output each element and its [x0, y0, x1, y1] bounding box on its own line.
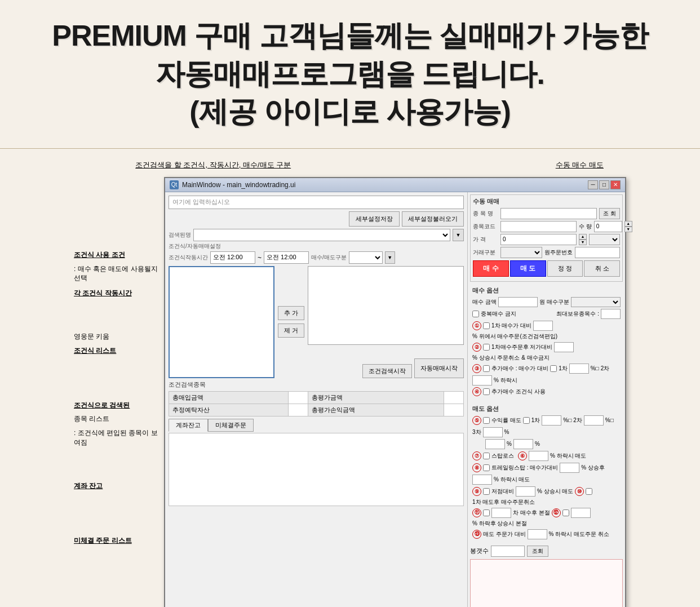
minimize-button[interactable]: ─	[588, 180, 598, 189]
annotation-1: 조건식 사용 조건	[74, 250, 164, 260]
sell-extra-row: % %	[472, 439, 621, 449]
price-spinner[interactable]: ▲ ▼	[579, 234, 587, 245]
tab-pending[interactable]: 미체결주문	[208, 419, 254, 432]
buy-amount-unit: 원	[539, 298, 545, 306]
order-num-input[interactable]	[575, 247, 620, 258]
buy-type-label: 매수구분	[547, 298, 569, 306]
circle-12: ⑫	[552, 508, 561, 517]
price-spinner-up-icon[interactable]: ▲	[579, 234, 587, 240]
max-stocks-input[interactable]	[601, 309, 621, 319]
opt1-input[interactable]	[533, 321, 553, 331]
price-type-dropdown[interactable]	[589, 234, 620, 245]
circle-7: ⑦	[472, 451, 481, 460]
price-input[interactable]	[500, 234, 577, 245]
circle-5: ⑤	[472, 416, 481, 425]
sell-opt9-row: ⑨ 저점대비 % 상승시 매도 ⑩ 1차 매도후 매수주문취소	[472, 486, 621, 506]
total-profit-label: 총평가손익금액	[308, 404, 444, 416]
close-button[interactable]: ✕	[610, 180, 621, 189]
search-start-button[interactable]: 조건검색시작	[362, 364, 412, 378]
top-labels: 조건검색을 할 조건식, 작동시간, 매수/매도 구분 수동 매수 매도	[79, 154, 621, 177]
maximize-button[interactable]: □	[599, 180, 609, 189]
opt8-1-input[interactable]	[560, 463, 579, 473]
opt2-checkbox[interactable]	[483, 344, 490, 351]
main-input[interactable]: 여기에 입력하십시오	[169, 196, 464, 209]
buy-sell-dropdown[interactable]	[349, 251, 383, 264]
opt11-checkbox[interactable]	[483, 509, 490, 516]
opt5-3-input[interactable]	[483, 427, 503, 437]
opt12-input[interactable]	[571, 508, 591, 518]
opt3-checkbox[interactable]	[483, 365, 490, 372]
sell-button[interactable]: 매 도	[510, 260, 546, 277]
circle-4: ④	[472, 387, 481, 396]
opt5-1-checkbox[interactable]	[523, 417, 530, 424]
stock-code-label: 종목코드	[473, 223, 498, 231]
price-label: 가 격	[473, 236, 498, 243]
opt1-suffix: % 위에서 매수주문(조건검색편입)	[472, 333, 557, 340]
opt3-2-input[interactable]	[472, 375, 492, 386]
opt3-1-checkbox[interactable]	[550, 365, 557, 372]
opt9-checkbox[interactable]	[483, 488, 490, 495]
bouquet-input[interactable]	[491, 546, 525, 557]
buy-options-title: 매수 옵션	[472, 286, 621, 295]
window-controls[interactable]: ─ □ ✕	[588, 180, 621, 189]
spinner-down-icon[interactable]: ▼	[624, 227, 632, 232]
spinner-up-icon[interactable]: ▲	[624, 221, 632, 227]
opt13-input[interactable]	[528, 529, 547, 539]
cancel-button[interactable]: 취 소	[584, 260, 620, 277]
buy-sell-arrow-icon[interactable]: ▼	[385, 251, 395, 264]
opt7-checkbox[interactable]	[483, 453, 490, 459]
condition-select-label: 검색된명	[169, 231, 191, 239]
opt2-input[interactable]	[554, 342, 574, 352]
trade-type-row: 거래구분 원주문번호	[473, 247, 620, 258]
sell-extra-1-input[interactable]	[485, 439, 505, 449]
no-duplicate-checkbox[interactable]	[472, 311, 479, 317]
bouquet-lookup-button[interactable]: 조회	[527, 546, 548, 557]
opt1-checkbox[interactable]	[483, 322, 490, 329]
opt12-checkbox[interactable]	[562, 509, 569, 516]
condition-dropdown[interactable]	[193, 229, 450, 241]
auto-trade-button[interactable]: 자동매매시작	[414, 358, 464, 378]
manual-trade-section: 수동 매매 종 목 명 조 회 종목코드 수 량	[470, 194, 623, 282]
stock-name-row: 종 목 명 조 회	[473, 208, 620, 219]
opt4-checkbox[interactable]	[483, 388, 490, 395]
opt3-label: 추가매수 : 매수가 대비	[491, 365, 548, 373]
opt5-2-input[interactable]	[584, 415, 604, 426]
detail-save-button[interactable]: 세부설정저장	[349, 211, 400, 227]
trade-type-dropdown[interactable]	[500, 247, 542, 258]
total-buy-value	[288, 391, 308, 404]
stock-name-input[interactable]	[500, 208, 597, 219]
stock-code-input[interactable]	[500, 221, 577, 232]
remove-button[interactable]: 제 거	[278, 324, 304, 338]
annotation-8: : 조건식에 편입된 종목이 보여짐	[74, 428, 164, 448]
circle-3: ③	[472, 364, 481, 373]
time-end-input[interactable]	[264, 251, 309, 264]
opt3-1-input[interactable]	[569, 364, 589, 374]
dropdown-arrow-icon[interactable]: ▼	[453, 229, 464, 241]
buy-type-dropdown[interactable]	[571, 297, 621, 307]
sell-extra-2-input[interactable]	[513, 439, 533, 449]
opt8-2-input[interactable]	[472, 475, 492, 485]
add-button[interactable]: 추 가	[278, 306, 304, 320]
quantity-spinner[interactable]: ▲ ▼	[624, 221, 632, 232]
opt10-checkbox[interactable]	[586, 488, 592, 495]
buy-button[interactable]: 매 수	[473, 260, 509, 277]
opt8-checkbox[interactable]	[483, 464, 490, 471]
opt5-1-input[interactable]	[542, 415, 561, 426]
main-content: 조건검색을 할 조건식, 작동시간, 매수/매도 구분 수동 매수 매도 조건식…	[0, 154, 700, 607]
opt7-input[interactable]	[529, 451, 548, 461]
opt9-1-input[interactable]	[516, 486, 535, 497]
total-eval-value	[444, 391, 464, 404]
opt5-checkbox[interactable]	[483, 417, 490, 424]
price-spinner-down-icon[interactable]: ▼	[579, 240, 587, 245]
tab-balance[interactable]: 계좌잔고	[169, 419, 208, 432]
buy-amount-input[interactable]	[498, 297, 538, 307]
bouquet-label: 봉갯수	[470, 547, 489, 555]
quantity-input[interactable]	[594, 221, 622, 232]
annotation-7: 종목 리스트	[74, 414, 164, 424]
time-start-input[interactable]	[210, 251, 255, 264]
condition-result-box	[308, 266, 464, 345]
detail-load-button[interactable]: 세부설정불러오기	[402, 211, 464, 227]
lookup-button[interactable]: 조 회	[599, 208, 620, 219]
correct-button[interactable]: 정 정	[547, 260, 583, 277]
opt11-input[interactable]	[491, 508, 511, 518]
